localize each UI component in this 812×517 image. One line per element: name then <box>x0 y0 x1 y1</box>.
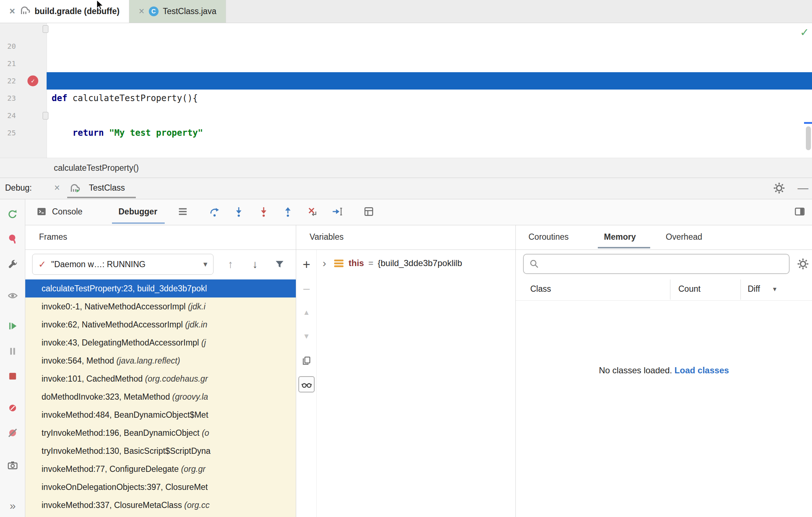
frame-row[interactable]: invoke0:-1, NativeMethodAccessorImpl (jd… <box>25 297 296 316</box>
show-watches-toggle[interactable] <box>298 376 315 392</box>
editor-line-24[interactable]: 24 return "My test property" <box>0 90 812 107</box>
tab-label: TestClass.java <box>163 6 216 16</box>
debug-title: Debug: <box>5 178 32 198</box>
scrollbar-caret-mark <box>804 122 812 124</box>
frame-row[interactable]: tryInvokeMethod:130, BasicScript$ScriptD… <box>25 442 296 460</box>
equals-sign: = <box>368 258 373 268</box>
sort-down-icon[interactable]: ▾ <box>773 279 777 299</box>
remove-watch-icon[interactable]: − <box>296 282 317 297</box>
preview-eye-icon[interactable] <box>7 290 18 301</box>
previous-frame-icon[interactable]: ↑ <box>225 256 236 272</box>
pause-program-icon[interactable] <box>7 346 18 357</box>
breakpoint-icon[interactable]: ✓ <box>27 75 38 86</box>
breadcrumb[interactable]: calculateTestProperty() <box>54 163 139 173</box>
frame-row[interactable]: invokeOnDelegationObjects:397, ClosureMe… <box>25 478 296 496</box>
tab-console[interactable]: Console <box>52 199 82 224</box>
view-breakpoints-icon[interactable] <box>7 402 18 414</box>
java-class-icon: C <box>149 6 159 16</box>
tab-build-gradle[interactable]: × build.gradle (debuffe) <box>0 0 129 23</box>
stop-icon[interactable] <box>7 370 18 382</box>
code-editor[interactable]: 20 } 21 22 def calculateTestProperty(){ … <box>0 23 812 158</box>
editor-scrollbar-thumb[interactable] <box>806 126 811 150</box>
tab-memory[interactable]: Memory <box>604 225 636 248</box>
tab-coroutines[interactable]: Coroutines <box>528 225 569 248</box>
frame-row[interactable]: invoke:62, NativeMethodAccessorImpl (jdk… <box>25 316 296 334</box>
more-actions-icon[interactable]: » <box>7 500 18 512</box>
memory-settings-gear-icon[interactable] <box>797 258 809 271</box>
column-count[interactable]: Count <box>678 279 700 299</box>
filter-frames-icon[interactable] <box>274 256 285 272</box>
tab-testclass-java[interactable]: × C TestClass.java <box>129 0 226 23</box>
load-classes-link[interactable]: Load classes <box>674 365 729 375</box>
frame-row[interactable]: invokeMethod:484, BeanDynamicObject$Met <box>25 406 296 424</box>
editor-line-21[interactable]: 21 <box>0 38 812 55</box>
memory-search-input[interactable] <box>543 256 789 271</box>
gradle-icon <box>20 6 30 17</box>
threads-view-icon[interactable] <box>177 199 189 224</box>
minimize-icon[interactable]: — <box>798 178 808 198</box>
frame-location: (o <box>202 428 209 438</box>
tab-overhead[interactable]: Overhead <box>666 225 702 248</box>
column-divider[interactable] <box>670 279 670 300</box>
frames-panel: ✓ "Daemon w…: RUNNING ▾ ↑ ↓ calculateTes… <box>25 250 296 517</box>
add-watch-icon[interactable]: + <box>296 257 317 272</box>
variables-memory-divider[interactable] <box>515 225 516 517</box>
frame-row[interactable]: doMethodInvoke:323, MetaMethod (groovy.l… <box>25 388 296 406</box>
frame-row[interactable]: invoke:564, Method (java.lang.reflect) <box>25 352 296 370</box>
resume-program-icon[interactable] <box>7 320 18 332</box>
thread-selector-dropdown[interactable]: ✓ "Daemon w…: RUNNING ▾ <box>32 254 213 275</box>
column-diff[interactable]: Diff <box>748 279 760 299</box>
close-session-icon[interactable]: × <box>54 178 60 198</box>
thread-selector-row: ✓ "Daemon w…: RUNNING ▾ ↑ ↓ <box>25 250 296 279</box>
fold-marker[interactable] <box>43 112 48 120</box>
frame-text: invokeMethod:77, ConfigureDelegate <box>42 464 181 474</box>
debug-session-tab[interactable]: TestClass <box>89 178 125 198</box>
move-up-icon[interactable]: ▲ <box>296 308 317 317</box>
layout-settings-icon[interactable] <box>794 199 805 224</box>
force-step-into-icon[interactable] <box>258 199 269 224</box>
memory-table-header: Class Count Diff ▾ <box>516 279 812 301</box>
tab-debugger[interactable]: Debugger <box>118 199 157 224</box>
run-to-cursor-icon[interactable] <box>331 199 343 224</box>
editor-line-22[interactable]: 22 def calculateTestProperty(){ <box>0 55 812 72</box>
editor-line-20[interactable]: 20 } <box>0 23 812 38</box>
rerun-icon[interactable] <box>7 209 18 220</box>
debugger-tab-underline <box>112 222 165 224</box>
close-icon[interactable]: × <box>9 6 15 16</box>
step-over-icon[interactable] <box>209 199 220 224</box>
execution-line-23[interactable]: 23 ✓ println "test property calculated" <box>0 72 812 90</box>
close-icon[interactable]: × <box>139 6 144 16</box>
duplicate-watch-icon[interactable] <box>296 355 317 366</box>
evaluate-expression-icon[interactable] <box>363 199 375 224</box>
frame-row[interactable]: invokeMethod:337, ClosureMetaClass (org.… <box>25 496 296 514</box>
frame-text: invoke0:-1, NativeMethodAccessorImpl <box>42 302 188 311</box>
editor-line-25[interactable]: 25 } <box>0 107 812 124</box>
frame-row[interactable]: tryInvokeMethod:196, BeanDynamicObject (… <box>25 424 296 442</box>
column-divider[interactable] <box>740 279 741 300</box>
frame-row[interactable]: calculateTestProperty:23, build_3dde3b7p… <box>25 279 296 297</box>
next-frame-icon[interactable]: ↓ <box>249 256 261 272</box>
column-class[interactable]: Class <box>530 279 551 299</box>
step-out-icon[interactable] <box>282 199 294 224</box>
mute-breakpoints-icon[interactable] <box>7 427 18 439</box>
line-number: 25 <box>0 124 16 142</box>
thread-dump-camera-icon[interactable] <box>7 460 18 471</box>
fold-marker[interactable] <box>43 25 48 33</box>
variable-value-icon <box>334 260 344 267</box>
expand-chevron-icon[interactable]: › <box>323 257 326 269</box>
frames-variables-divider[interactable] <box>296 225 296 517</box>
frame-text: invokeOnDelegationObjects:397, ClosureMe… <box>42 482 208 492</box>
frame-row[interactable]: invoke:101, CachedMethod (org.codehaus.g… <box>25 370 296 388</box>
tab-label: build.gradle (debuffe) <box>35 6 120 16</box>
move-down-icon[interactable]: ▼ <box>296 332 317 340</box>
memory-search-box[interactable] <box>523 254 790 274</box>
variable-row-this[interactable]: › this = {build_3dde3b7poklilb <box>317 254 516 272</box>
drop-frame-icon[interactable] <box>307 199 318 224</box>
step-into-icon[interactable] <box>233 199 245 224</box>
frame-row[interactable]: invoke:43, DelegatingMethodAccessorImpl … <box>25 334 296 352</box>
settings-gear-icon[interactable] <box>773 178 785 198</box>
debug-session-icon[interactable] <box>7 233 18 244</box>
frame-row[interactable]: invokeMethod:77, ConfigureDelegate (org.… <box>25 460 296 478</box>
wrench-settings-icon[interactable] <box>7 259 18 270</box>
variable-name: this <box>349 258 364 268</box>
